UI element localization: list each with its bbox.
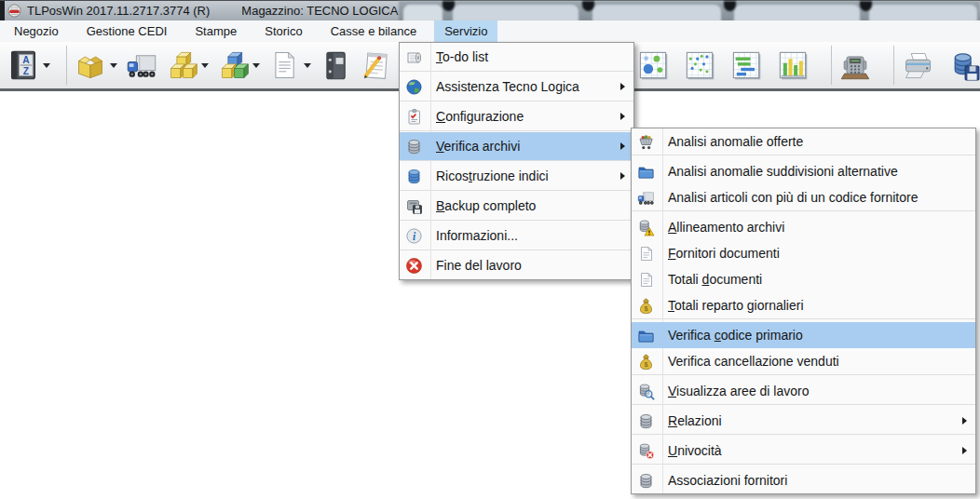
toolbar-button-document[interactable] [268, 49, 311, 81]
menu-item-label: Analisi anomalie offerte [668, 134, 803, 149]
menubar-item-casse-e-bilance[interactable]: Casse e bilance [320, 20, 428, 42]
database-search-icon [637, 383, 655, 400]
truck-icon [126, 49, 157, 81]
dropdown-arrow-icon[interactable] [252, 63, 260, 68]
menubar-item-stampe[interactable]: Stampe [184, 20, 247, 42]
toolbar-right-group [637, 42, 980, 88]
cash-register-icon [839, 49, 871, 81]
yellow-cubes-icon [166, 49, 197, 81]
menu-item-label: Univocità [668, 443, 722, 458]
notepad-pencil-icon [360, 49, 391, 81]
menu-item-label: Backup completo [436, 198, 536, 213]
todo-list-icon [405, 48, 423, 66]
blue-folder-icon [637, 163, 655, 181]
toolbar-button-az-book[interactable]: AZ [7, 49, 50, 81]
window-title: TLPosWin 2017.11.2717.3774 (R) [27, 4, 210, 18]
toolbar-button-yellow-cubes[interactable] [166, 49, 209, 81]
submenu-arrow-icon [620, 83, 625, 90]
app-icon [7, 4, 21, 18]
menu-item-label: Relazioni [668, 413, 722, 428]
database-icon [405, 138, 423, 155]
toolbar-button-gantt-chart[interactable] [730, 49, 762, 81]
menu-item-visualizza-aree-di-lavoro[interactable]: Visualizza aree di lavoro [632, 378, 975, 404]
menu-item-associazioni-fornitori[interactable]: Associazioni fornitori [632, 467, 975, 493]
titlebar: TLPosWin 2017.11.2717.3774 (R) Magazzino… [0, 0, 980, 20]
menu-item-label: Visualizza aree di lavoro [668, 384, 810, 398]
toolbar-button-colored-cubes[interactable] [217, 49, 260, 81]
toolbar-button-bubble-chart[interactable] [637, 49, 669, 81]
menu-item-verifica-cancellazione-venduti[interactable]: $Verifica cancellazione venduti [632, 348, 975, 374]
menu-item-totali-documenti[interactable]: Totali documenti [632, 266, 975, 292]
menubar-item-servizio[interactable]: Servizio [434, 20, 497, 42]
menu-item-fornitori-documenti[interactable]: Fornitori documenti [632, 240, 975, 266]
menu-item-configurazione[interactable]: Configurazione [400, 102, 633, 130]
menu-item-fine-del-lavoro[interactable]: Fine del lavoro [400, 251, 633, 279]
info-icon: i [405, 227, 423, 245]
open-box-icon [75, 49, 106, 81]
toolbar-button-cash-register[interactable] [839, 49, 871, 81]
database-save-icon [948, 49, 980, 81]
backup-disk-icon [405, 197, 423, 215]
background-browser-tabs[interactable] [399, 1, 980, 21]
dropdown-arrow-icon[interactable] [110, 63, 117, 68]
menubar-item-gestione-cedi[interactable]: Gestione CEDI [76, 20, 178, 42]
menu-item-allineamento-archivi[interactable]: Allineamento archivi [632, 214, 975, 240]
money-bag-icon: $ [637, 297, 655, 315]
menu-item-label: Analisi anomalie suddivisioni alternativ… [668, 164, 898, 179]
document-icon [268, 49, 300, 81]
menu-item-univocit[interactable]: Univocità [632, 438, 975, 464]
dropdown-arrow-icon[interactable] [201, 63, 209, 68]
menu-item-ricostruzione-indici[interactable]: Ricostruzione indici [400, 162, 633, 190]
submenu-arrow-icon [620, 172, 625, 180]
clipboard-check-icon [405, 108, 423, 126]
menu-item-label: Ricostruzione indici [436, 169, 549, 183]
menu-item-verifica-archivi[interactable]: Verifica archivi [400, 132, 633, 160]
submenu-arrow-icon [962, 447, 967, 454]
toolbar-button-notepad-pencil[interactable] [360, 49, 391, 81]
submenu-arrow-icon [962, 417, 967, 425]
menu-item-label: Associazioni fornitori [668, 473, 787, 488]
menu-item-label: Assistenza Tecno Logica [436, 79, 579, 94]
menu-item-analisi-anomalie-offerte[interactable]: Analisi anomalie offerte [632, 128, 975, 155]
background-browser-tab[interactable] [869, 5, 977, 21]
menubar-item-storico[interactable]: Storico [254, 20, 312, 42]
menu-item-relazioni[interactable]: Relazioni [632, 408, 975, 434]
toolbar-button-binder[interactable] [320, 49, 351, 81]
menu-item-analisi-articoli-con-pi-di-un-codice-fornitore[interactable]: Analisi articoli con più di un codice fo… [632, 184, 975, 210]
exit-icon [405, 257, 423, 275]
submenu-arrow-icon [620, 142, 625, 150]
toolbar-button-scatter-chart[interactable] [684, 49, 715, 81]
menu-item-label: To-do list [436, 49, 488, 64]
toolbar-button-printer[interactable] [902, 49, 933, 81]
menu-item-verifica-codice-primario[interactable]: Verifica codice primario [632, 322, 975, 348]
menu-item-label: Totali documenti [668, 272, 762, 287]
menubar-item-negozio[interactable]: Negozio [4, 20, 69, 42]
menu-item-to-do-list[interactable]: To-do list [400, 43, 633, 71]
menu-item-label: Verifica archivi [436, 139, 520, 154]
dropdown-arrow-icon[interactable] [43, 63, 50, 68]
menu-item-assistenza-tecno-logica[interactable]: Assistenza Tecno Logica [400, 73, 633, 101]
menu-item-analisi-anomalie-suddivisioni-alternative[interactable]: Analisi anomalie suddivisioni alternativ… [632, 158, 975, 184]
colored-cubes-icon [217, 49, 249, 81]
background-browser-tab[interactable] [453, 5, 578, 21]
menu-item-informazioni[interactable]: iInformazioni... [400, 222, 633, 250]
toolbar-button-open-box[interactable] [75, 49, 117, 81]
database-warning-icon [637, 219, 655, 236]
toolbar-button-bar-chart[interactable] [777, 49, 809, 81]
truck-icon [637, 189, 655, 207]
background-browser-tab[interactable] [403, 5, 442, 21]
dropdown-arrow-icon[interactable] [304, 63, 311, 68]
bubble-chart-icon [637, 49, 669, 81]
toolbar-button-database-save[interactable] [948, 49, 980, 81]
menu-item-totali-reparto-giornalieri[interactable]: $Totali reparto giornalieri [632, 292, 975, 318]
database-error-icon [637, 442, 655, 460]
menu-item-label: Totali reparto giornalieri [668, 298, 804, 313]
shopping-cart-icon [637, 133, 655, 151]
menu-item-backup-completo[interactable]: Backup completo [400, 192, 633, 220]
tlposwin-window: TLPosWin 2017.11.2717.3774 (R) Magazzino… [0, 0, 980, 499]
toolbar-button-truck[interactable] [126, 49, 157, 81]
background-browser-tab[interactable] [734, 5, 860, 21]
background-browser-tab[interactable] [592, 5, 721, 21]
database-icon [637, 472, 655, 490]
money-bag-icon: $ [637, 353, 655, 371]
